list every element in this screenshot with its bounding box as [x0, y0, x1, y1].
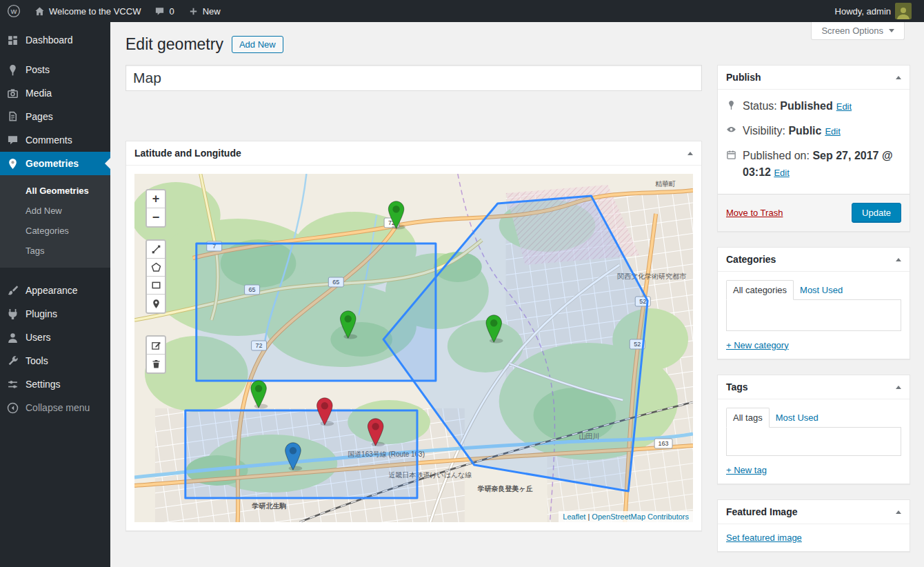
rectangle-icon: [151, 280, 161, 290]
publishing-actions: Move to Trash Update: [718, 194, 910, 231]
sidebar-item-users[interactable]: Users: [0, 326, 110, 349]
add-new-category-link[interactable]: + New category: [726, 340, 789, 350]
post-status-row: Status: PublishedEdit: [726, 94, 901, 119]
metabox-header-publish[interactable]: Publish: [718, 66, 910, 90]
screen-options-tab[interactable]: Screen Options: [811, 22, 905, 40]
chevron-down-icon: [889, 29, 894, 35]
post-title-input[interactable]: [125, 65, 702, 91]
publish-metabox: Publish Status: PublishedEdit Visibility…: [717, 65, 910, 232]
metabox-title: Latitude and Longitude: [134, 148, 241, 159]
add-new-button[interactable]: Add New: [232, 36, 283, 53]
zoom-control: + −: [145, 189, 166, 228]
new-label: New: [203, 6, 221, 17]
sidebar-subitem-add-new[interactable]: Add New: [0, 201, 110, 221]
sidebar-subitem-all-geometries[interactable]: All Geometries: [0, 181, 110, 201]
sidebar-item-settings[interactable]: Settings: [0, 372, 110, 396]
tab-all-tags[interactable]: All tags: [726, 408, 770, 428]
svg-text:精華町: 精華町: [655, 180, 676, 188]
sidebar-item-pages[interactable]: Pages: [0, 105, 110, 128]
toggle-up-icon: [896, 73, 901, 79]
metabox-header-latlng[interactable]: Latitude and Longitude: [126, 141, 701, 166]
published-on-row: Published on: Sep 27, 2017 @ 03:12 Edit: [726, 143, 901, 183]
latitude-longitude-metabox: Latitude and Longitude: [125, 141, 702, 531]
site-menu[interactable]: Welcome to the VCCW: [28, 0, 148, 22]
zoom-out-button[interactable]: −: [147, 208, 165, 226]
svg-text:学研奈良登美ヶ丘: 学研奈良登美ヶ丘: [478, 485, 533, 493]
delete-layers-button[interactable]: [147, 355, 165, 372]
sidebar-item-comments[interactable]: Comments: [0, 128, 110, 152]
leaflet-link[interactable]: Leaflet: [563, 513, 585, 521]
sidebar-item-dashboard[interactable]: Dashboard: [0, 28, 110, 52]
comment-bubble-icon: [154, 6, 165, 17]
draw-polyline-button[interactable]: [147, 241, 165, 259]
admin-bar: W Welcome to the VCCW 0 New Howdy, admin: [0, 0, 924, 22]
page-title: Edit geometry: [125, 34, 223, 54]
trash-icon: [151, 359, 161, 369]
svg-text:W: W: [11, 8, 17, 15]
sidebar-subitem-categories[interactable]: Categories: [0, 221, 110, 241]
comments-count: 0: [169, 6, 174, 17]
sidebar-item-appearance[interactable]: Appearance: [0, 279, 110, 302]
tag-checklist: [726, 427, 901, 456]
metabox-header-tags[interactable]: Tags: [718, 375, 910, 399]
admin-content: Screen Options Edit geometry Add New Lat…: [110, 22, 924, 567]
pushpin-icon: [6, 63, 19, 77]
polyline-icon: [151, 244, 161, 255]
pages-icon: [6, 110, 19, 123]
sidebar-subitem-tags[interactable]: Tags: [0, 241, 110, 261]
location-pin-icon: [6, 157, 19, 170]
brush-icon: [6, 284, 19, 297]
sidebar-item-plugins[interactable]: Plugins: [0, 302, 110, 326]
sidebar-item-collapse-menu[interactable]: Collapse menu: [0, 396, 110, 419]
geometries-submenu: All Geometries Add New Categories Tags: [0, 175, 110, 268]
map-canvas[interactable]: 7 65 65 72 72 52 52 163: [134, 174, 693, 522]
sidebar-item-tools[interactable]: Tools: [0, 349, 110, 372]
my-account-menu[interactable]: Howdy, admin: [828, 0, 918, 22]
tab-most-used-categories[interactable]: Most Used: [794, 281, 849, 299]
edit-status-link[interactable]: Edit: [836, 101, 852, 112]
admin-bar-right: Howdy, admin: [828, 0, 924, 22]
tab-all-categories[interactable]: All categories: [726, 280, 794, 300]
polygon-icon: [151, 262, 161, 272]
sidebar-item-media[interactable]: Media: [0, 81, 110, 105]
edit-visibility-link[interactable]: Edit: [825, 126, 840, 137]
tab-most-used-tags[interactable]: Most Used: [770, 408, 825, 427]
home-icon: [34, 6, 45, 17]
new-content-menu[interactable]: New: [181, 0, 228, 22]
sidebar-item-posts[interactable]: Posts: [0, 58, 110, 81]
update-button[interactable]: Update: [852, 203, 901, 223]
marker-icon: [151, 299, 161, 309]
admin-sidebar: Dashboard Posts Media Pages Comments G: [0, 22, 110, 567]
draw-polygon-button[interactable]: [147, 259, 165, 277]
category-checklist: [726, 299, 901, 331]
howdy-text: Howdy, admin: [835, 6, 891, 17]
categories-metabox: Categories All categories Most Used + Ne…: [717, 247, 910, 359]
metabox-title: Publish: [726, 72, 761, 83]
draw-marker-button[interactable]: [147, 295, 165, 312]
comments-menu[interactable]: 0: [148, 0, 181, 22]
toggle-up-icon: [896, 255, 901, 261]
visibility-eye-icon: [726, 123, 737, 139]
post-status-icon: [726, 99, 737, 115]
osm-link[interactable]: OpenStreetMap Contributors: [592, 513, 689, 521]
add-new-tag-link[interactable]: + New tag: [726, 465, 767, 475]
metabox-header-categories[interactable]: Categories: [718, 248, 910, 272]
leaflet-map[interactable]: 7 65 65 72 72 52 52 163: [134, 174, 693, 522]
wordpress-logo-icon[interactable]: W: [0, 0, 28, 22]
site-name: Welcome to the VCCW: [49, 6, 141, 17]
edit-layers-button[interactable]: [147, 337, 165, 355]
edit-published-link[interactable]: Edit: [774, 168, 789, 178]
user-icon: [6, 330, 19, 344]
zoom-in-button[interactable]: +: [147, 190, 165, 208]
admin-bar-left: W Welcome to the VCCW 0 New: [0, 0, 228, 22]
toggle-up-icon: [896, 383, 901, 389]
svg-text:学研北生駒: 学研北生駒: [252, 502, 287, 510]
plus-icon: [188, 6, 199, 17]
move-to-trash-link[interactable]: Move to Trash: [726, 208, 783, 218]
calendar-icon: [726, 148, 737, 164]
metabox-header-featured-image[interactable]: Featured Image: [718, 500, 910, 524]
sidebar-item-geometries[interactable]: Geometries: [0, 152, 110, 175]
draw-rectangle-button[interactable]: [147, 277, 165, 295]
set-featured-image-link[interactable]: Set featured image: [726, 533, 802, 543]
metabox-title: Featured Image: [726, 506, 797, 517]
